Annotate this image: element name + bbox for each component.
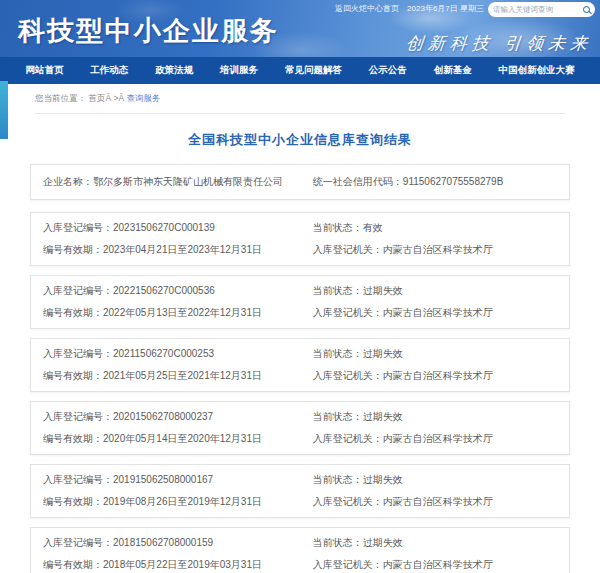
reg-no: 入库登记编号：201915062508000167 xyxy=(43,473,313,487)
reg-no: 入库登记编号：202015062708000237 xyxy=(43,410,313,424)
nav-item-training[interactable]: 培训服务 xyxy=(220,64,258,77)
status: 当前状态：过期失效 xyxy=(313,410,557,424)
authority: 入库登记机关：内蒙古自治区科学技术厅 xyxy=(313,243,557,257)
record-card-2023: 入库登记编号：20231506270C000139 当前状态：有效 编号有效期：… xyxy=(30,212,570,266)
status-label: 当前状态： xyxy=(313,222,363,233)
validity: 编号有效期：2020年05月14日至2020年12月31日 xyxy=(43,432,313,446)
reg-no-value: 20211506270C000253 xyxy=(113,348,214,359)
nav-item-innovation-fund[interactable]: 创新基金 xyxy=(434,64,472,77)
status-value: 过期失效 xyxy=(363,285,403,296)
breadcrumb-current-link[interactable]: 查询服务 xyxy=(126,93,160,103)
status-value: 有效 xyxy=(363,222,383,233)
nav-item-faq[interactable]: 常见问题解答 xyxy=(285,64,342,77)
authority-label: 入库登记机关： xyxy=(313,496,383,507)
authority: 入库登记机关：内蒙古自治区科学技术厅 xyxy=(313,558,557,572)
authority-label: 入库登记机关： xyxy=(313,433,383,444)
nav-item-policies[interactable]: 政策法规 xyxy=(155,64,193,77)
status: 当前状态：过期失效 xyxy=(313,536,557,550)
status-value: 过期失效 xyxy=(363,348,403,359)
company-name-value: 鄂尔多斯市神东天隆矿山机械有限责任公司 xyxy=(93,176,283,187)
validity-value: 2022年05月13日至2022年12月31日 xyxy=(103,307,262,318)
search-icon[interactable] xyxy=(583,6,590,13)
breadcrumb-label: 您当前位置： xyxy=(35,93,86,103)
site-header: 科技型中小企业服务 返回火炬中心首页 2023年6月7日 星期三 创新科技 引领… xyxy=(0,0,600,57)
record-card-2018: 入库登记编号：201815062708000159 当前状态：过期失效 编号有效… xyxy=(30,527,570,573)
authority: 入库登记机关：内蒙古自治区科学技术厅 xyxy=(313,306,557,320)
validity: 编号有效期：2021年05月25日至2021年12月31日 xyxy=(43,369,313,383)
validity-label: 编号有效期： xyxy=(43,307,103,318)
authority-label: 入库登记机关： xyxy=(313,244,383,255)
nav-item-competition[interactable]: 中国创新创业大赛 xyxy=(499,64,575,77)
status-label: 当前状态： xyxy=(313,411,363,422)
status-value: 过期失效 xyxy=(363,537,403,548)
record-card-2021: 入库登记编号：20211506270C000253 当前状态：过期失效 编号有效… xyxy=(30,338,570,392)
reg-no-value: 201915062508000167 xyxy=(113,474,213,485)
authority-label: 入库登记机关： xyxy=(313,559,383,570)
validity: 编号有效期：2018年05月22日至2019年03月31日 xyxy=(43,558,313,572)
nav-item-work-news[interactable]: 工作动态 xyxy=(90,64,128,77)
search-input[interactable] xyxy=(493,5,583,14)
header-date: 2023年6月7日 星期三 xyxy=(407,3,484,14)
main-nav: 网站首页 工作动态 政策法规 培训服务 常见问题解答 公示公告 创新基金 中国创… xyxy=(0,57,600,84)
reg-no-value: 202015062708000237 xyxy=(113,411,213,422)
reg-no: 入库登记编号：20221506270C000536 xyxy=(43,284,313,298)
left-accent-strip xyxy=(0,81,8,139)
reg-no-label: 入库登记编号： xyxy=(43,474,113,485)
validity-value: 2020年05月14日至2020年12月31日 xyxy=(103,433,262,444)
breadcrumb-home-link[interactable]: 首页Â xyxy=(88,93,111,103)
validity: 编号有效期：2019年08月26日至2019年12月31日 xyxy=(43,495,313,509)
status-label: 当前状态： xyxy=(313,474,363,485)
authority-value: 内蒙古自治区科学技术厅 xyxy=(383,496,493,507)
validity-value: 2023年04月21日至2023年12月31日 xyxy=(103,244,262,255)
breadcrumb: 您当前位置： 首页Â >Â 查询服务 xyxy=(35,93,565,114)
credit-code: 统一社会信用代码：91150627075558279B xyxy=(313,175,557,189)
authority-label: 入库登记机关： xyxy=(313,370,383,381)
authority-value: 内蒙古自治区科学技术厅 xyxy=(383,559,493,570)
status: 当前状态：过期失效 xyxy=(313,473,557,487)
site-title: 科技型中小企业服务 xyxy=(18,13,279,49)
reg-no-value: 20231506270C000139 xyxy=(113,222,215,233)
validity-label: 编号有效期： xyxy=(43,496,103,507)
status: 当前状态：过期失效 xyxy=(313,284,557,298)
header-search[interactable] xyxy=(488,2,595,17)
breadcrumb-separator: >Â xyxy=(113,93,124,103)
nav-item-home[interactable]: 网站首页 xyxy=(25,64,63,77)
page-title: 全国科技型中小企业信息库查询结果 xyxy=(0,131,600,149)
reg-no: 入库登记编号：20231506270C000139 xyxy=(43,221,313,235)
validity-value: 2019年08月26日至2019年12月31日 xyxy=(103,496,262,507)
validity: 编号有效期：2022年05月13日至2022年12月31日 xyxy=(43,306,313,320)
validity-label: 编号有效期： xyxy=(43,370,103,381)
company-name: 企业名称：鄂尔多斯市神东天隆矿山机械有限责任公司 xyxy=(43,175,313,189)
nav-item-announcements[interactable]: 公示公告 xyxy=(369,64,407,77)
authority: 入库登记机关：内蒙古自治区科学技术厅 xyxy=(313,495,557,509)
status-label: 当前状态： xyxy=(313,285,363,296)
credit-code-value: 91150627075558279B xyxy=(403,176,503,187)
authority-value: 内蒙古自治区科学技术厅 xyxy=(383,244,493,255)
validity-label: 编号有效期： xyxy=(43,559,103,570)
torch-center-link[interactable]: 返回火炬中心首页 xyxy=(335,3,399,14)
authority-value: 内蒙古自治区科学技术厅 xyxy=(383,307,493,318)
company-name-label: 企业名称： xyxy=(43,176,93,187)
reg-no-value: 201815062708000159 xyxy=(113,537,213,548)
credit-code-label: 统一社会信用代码： xyxy=(313,176,403,187)
header-meta: 返回火炬中心首页 2023年6月7日 星期三 xyxy=(335,3,484,14)
status-label: 当前状态： xyxy=(313,537,363,548)
reg-no: 入库登记编号：201815062708000159 xyxy=(43,536,313,550)
record-card-2022: 入库登记编号：20221506270C000536 当前状态：过期失效 编号有效… xyxy=(30,275,570,329)
validity-label: 编号有效期： xyxy=(43,433,103,444)
page-content: 您当前位置： 首页Â >Â 查询服务 全国科技型中小企业信息库查询结果 企业名称… xyxy=(0,93,600,573)
authority-label: 入库登记机关： xyxy=(313,307,383,318)
authority-value: 内蒙古自治区科学技术厅 xyxy=(383,433,493,444)
validity: 编号有效期：2023年04月21日至2023年12月31日 xyxy=(43,243,313,257)
status-value: 过期失效 xyxy=(363,474,403,485)
reg-no-label: 入库登记编号： xyxy=(43,222,113,233)
reg-no-label: 入库登记编号： xyxy=(43,537,113,548)
record-card-2019: 入库登记编号：201915062508000167 当前状态：过期失效 编号有效… xyxy=(30,464,570,518)
authority: 入库登记机关：内蒙古自治区科学技术厅 xyxy=(313,432,557,446)
validity-label: 编号有效期： xyxy=(43,244,103,255)
status: 当前状态：有效 xyxy=(313,221,557,235)
status: 当前状态：过期失效 xyxy=(313,347,557,361)
header-slogan: 创新科技 引领未来 xyxy=(404,32,593,55)
status-value: 过期失效 xyxy=(363,411,403,422)
validity-value: 2018年05月22日至2019年03月31日 xyxy=(103,559,262,570)
